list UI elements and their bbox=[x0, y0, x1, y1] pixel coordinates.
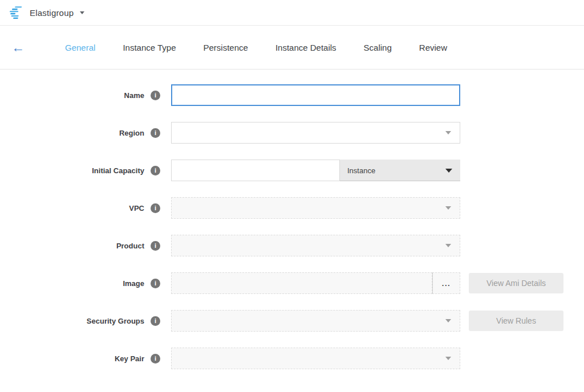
security-groups-caret-icon bbox=[445, 319, 451, 322]
tab-instance-details[interactable]: Instance Details bbox=[262, 36, 350, 59]
name-input[interactable] bbox=[171, 84, 460, 106]
general-settings-form: Name i Region i Initial Capacity i Insta… bbox=[0, 70, 584, 369]
security-groups-label: Security Groups bbox=[87, 317, 144, 325]
capacity-unit-caret-icon bbox=[445, 169, 452, 173]
form-row-key-pair: Key Pair i bbox=[0, 348, 584, 369]
capacity-unit-value: Instance bbox=[347, 166, 375, 175]
key-pair-select bbox=[171, 348, 460, 369]
tab-scaling[interactable]: Scaling bbox=[350, 36, 405, 59]
view-rules-button: View Rules bbox=[469, 311, 563, 331]
back-arrow-icon[interactable]: ← bbox=[11, 41, 29, 54]
capacity-unit-select[interactable]: Instance bbox=[340, 160, 460, 181]
name-label: Name bbox=[124, 91, 144, 100]
product-caret-icon bbox=[445, 244, 451, 247]
vpc-label: VPC bbox=[129, 204, 144, 213]
initial-capacity-input[interactable] bbox=[171, 160, 340, 181]
image-label: Image bbox=[123, 279, 144, 288]
product-info-icon[interactable]: i bbox=[151, 241, 160, 251]
security-groups-info-icon[interactable]: i bbox=[151, 316, 160, 326]
app-switcher-caret-icon[interactable] bbox=[80, 11, 84, 14]
app-switcher-label[interactable]: Elastigroup bbox=[30, 8, 74, 18]
tab-general[interactable]: General bbox=[51, 36, 109, 59]
vpc-info-icon[interactable]: i bbox=[151, 203, 160, 213]
security-groups-select bbox=[171, 310, 460, 332]
form-row-name: Name i bbox=[0, 84, 584, 106]
vpc-select bbox=[171, 197, 460, 219]
tab-instance-type[interactable]: Instance Type bbox=[109, 36, 189, 59]
view-ami-details-button: View Ami Details bbox=[469, 273, 563, 293]
wizard-tabs: General Instance Type Persistence Instan… bbox=[51, 36, 461, 59]
key-pair-label: Key Pair bbox=[115, 354, 144, 363]
form-row-region: Region i bbox=[0, 122, 584, 144]
elastigroup-logo-icon bbox=[9, 5, 23, 20]
name-info-icon[interactable]: i bbox=[151, 91, 160, 100]
top-bar: Elastigroup bbox=[0, 0, 584, 26]
initial-capacity-label: Initial Capacity bbox=[92, 166, 144, 175]
region-label: Region bbox=[119, 129, 144, 137]
image-input bbox=[171, 272, 432, 294]
initial-capacity-info-icon[interactable]: i bbox=[151, 166, 160, 175]
form-row-image: Image i ... View Ami Details bbox=[0, 272, 584, 294]
image-info-icon[interactable]: i bbox=[151, 279, 160, 288]
tab-persistence[interactable]: Persistence bbox=[190, 36, 262, 59]
vpc-caret-icon bbox=[445, 206, 451, 210]
region-caret-icon bbox=[445, 131, 451, 134]
key-pair-caret-icon bbox=[445, 357, 451, 360]
tab-review[interactable]: Review bbox=[405, 36, 461, 59]
form-row-product: Product i bbox=[0, 235, 584, 256]
region-select[interactable] bbox=[171, 122, 460, 144]
form-row-vpc: VPC i bbox=[0, 197, 584, 219]
key-pair-info-icon[interactable]: i bbox=[151, 354, 160, 364]
form-row-security-groups: Security Groups i View Rules bbox=[0, 310, 584, 332]
product-select bbox=[171, 235, 460, 256]
region-info-icon[interactable]: i bbox=[151, 128, 160, 138]
product-label: Product bbox=[116, 242, 144, 250]
image-browse-button: ... bbox=[432, 272, 460, 294]
form-row-initial-capacity: Initial Capacity i Instance bbox=[0, 160, 584, 181]
wizard-tab-bar: ← General Instance Type Persistence Inst… bbox=[0, 26, 584, 70]
